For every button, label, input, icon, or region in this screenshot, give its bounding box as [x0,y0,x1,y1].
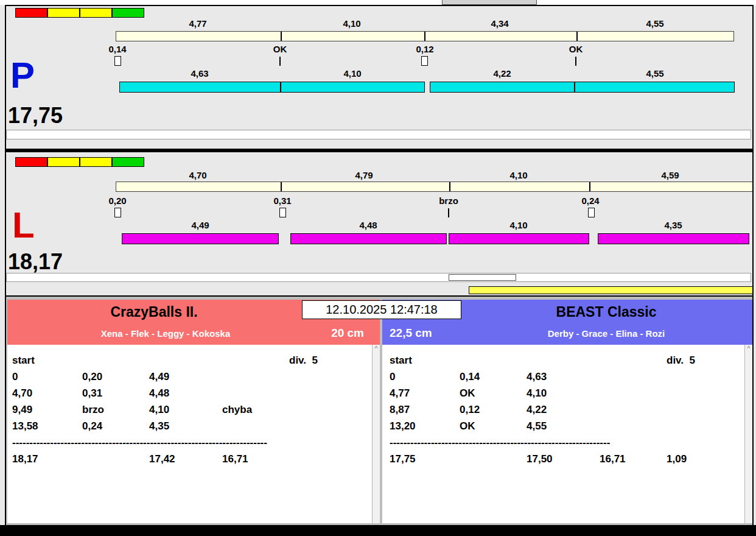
status-light [112,157,144,167]
result-cell: OK [460,418,527,434]
result-row: 4,77OK4,10 [382,385,744,401]
result-cell: 0,12 [460,401,527,418]
result-cell: OK [460,385,527,401]
exchange-tick [575,57,576,66]
result-cell: div. 5 [289,352,372,368]
result-cell [600,401,667,418]
exchange-fault-box [588,208,595,217]
status-light [80,8,112,18]
result-cell: div. 5 [667,352,744,368]
result-cell [289,418,372,434]
status-light [15,157,47,167]
result-cell [222,385,289,401]
run-bar-segment [430,82,575,93]
result-row: startdiv. 5 [7,352,372,368]
scrollbar-left[interactable]: ^ [372,345,380,523]
result-cell: 4,77 [390,385,460,401]
result-cell [667,401,744,418]
team-dog-list: Xena - Flek - Leggy - Kokoska [7,328,324,339]
team-dog-list: Derby - Grace - Elina - Rozi [460,328,752,339]
result-cell [527,352,600,368]
result-cell [222,352,289,368]
upper-split-label: 4,77 [170,19,225,29]
exchange-label: 0,24 [569,196,612,206]
strip-indicator-box [449,274,516,281]
team-name: CrazyBalls II. [7,304,301,320]
result-cell: start [12,352,82,368]
result-cell [289,368,372,385]
result-cell: 0 [390,368,460,385]
status-light [15,8,47,18]
exchange-fault-box [114,56,121,66]
result-row: 00,144,63 [382,368,744,385]
lane-L: 4,70 4,79 4,10 4,59 0,20 0,31 brzo 0,24 … [0,155,756,297]
lane-total-time: 17,75 [8,105,63,127]
upper-split-label: 4,10 [491,171,546,180]
run-bar-segment [290,233,447,244]
lane-letter: L [12,207,35,244]
run-bar-segment [119,82,281,93]
result-cell: start [390,352,460,368]
jump-height-badge: 20 cm [331,326,364,340]
result-cell: 0,20 [82,368,149,385]
result-cell: 17,50 [527,451,600,467]
exchange-fault-box [421,56,428,66]
lane-P: 4,77 4,10 4,34 4,55 0,14 OK 0,12 OK 4,63… [0,5,756,149]
lane-letter: P [10,57,35,94]
result-cell: 4,63 [527,368,600,385]
scrollbar-right[interactable]: ^ [744,345,752,523]
upper-split-label: 4,10 [324,19,379,29]
result-cell [600,418,667,434]
lane-message-strip [6,273,751,282]
lower-split-label: 4,49 [173,220,228,230]
lower-split-label: 4,35 [646,220,701,230]
split-tick [576,32,578,41]
result-row: 13,580,244,35 [7,418,372,434]
result-cell: 0,31 [82,385,149,401]
result-separator: ----------------------------------------… [390,434,744,451]
result-cell [667,385,744,401]
exchange-fault-box [279,208,286,217]
scroll-up-icon[interactable]: ^ [373,345,380,353]
upper-split-label: 4,70 [170,171,225,180]
result-cell [289,451,372,467]
status-light [112,8,144,18]
result-row: 4,700,314,48 [7,385,372,401]
scroll-up-icon[interactable]: ^ [745,345,752,353]
exchange-label: OK [555,44,597,54]
result-cell: 16,71 [600,451,667,467]
run-bar-segment [449,233,589,244]
split-tick [449,182,450,191]
result-cell [222,418,289,434]
split-tick [424,32,425,41]
result-cell: 17,75 [390,451,460,467]
result-cell: chyba [222,401,289,418]
result-cell: 13,20 [390,418,460,434]
exchange-label: 0,14 [96,44,139,54]
result-cell: 18,17 [12,451,82,467]
result-row: 8,870,124,22 [382,401,744,418]
results-footer: CrazyBalls II. Xena - Flek - Leggy - Kok… [5,297,754,525]
exchange-fault-box [114,208,121,217]
result-cell [222,368,289,385]
team-name: BEAST Classic [460,304,752,320]
upper-timeline-bar [116,31,734,41]
upper-split-label: 4,55 [628,19,682,29]
exchange-label: OK [259,44,301,54]
split-tick [281,32,282,41]
team-panel-right: BEAST Classic Derby - Grace - Elina - Ro… [382,300,752,523]
run-bar-segment [575,82,735,93]
status-light [80,157,112,167]
result-cell: 17,42 [149,451,222,467]
cut-off-tab[interactable] [442,0,537,5]
result-cell: 1,09 [667,451,744,467]
result-cell: 4,10 [527,385,600,401]
result-cell: brzo [82,401,149,418]
result-cell [289,385,372,401]
run-bar-segment [281,82,425,93]
lane-divider [5,149,754,152]
progress-bar-yellow [469,286,754,294]
result-row: startdiv. 5 [382,352,744,368]
result-cell: 4,35 [149,418,222,434]
result-cell: 13,58 [12,418,82,434]
